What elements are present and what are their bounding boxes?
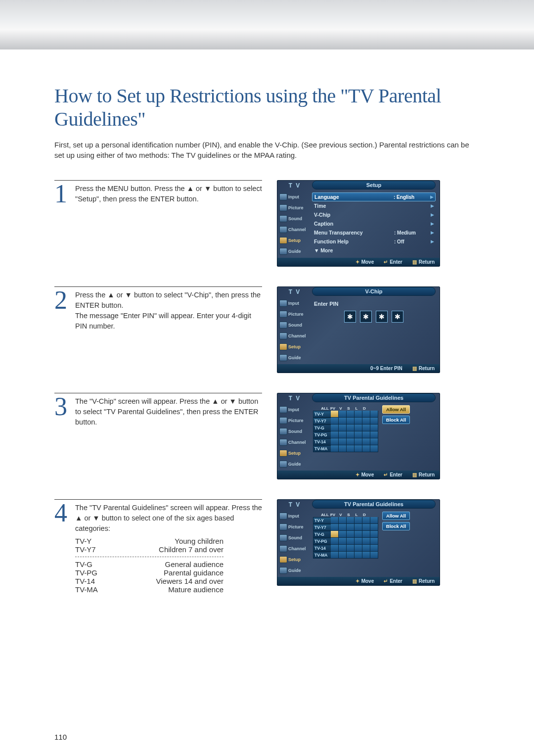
enter-icon: ↵ bbox=[384, 259, 388, 265]
input-icon bbox=[279, 193, 287, 200]
picture-icon bbox=[279, 417, 287, 424]
osd-sidebar: Input Picture Sound Channel Setup Guide bbox=[277, 403, 312, 471]
sidebar-item-setup[interactable]: Setup bbox=[288, 238, 301, 243]
setup-icon bbox=[279, 450, 287, 457]
block-all-button[interactable]: Block All bbox=[382, 522, 410, 530]
step-number: 3 bbox=[54, 395, 75, 427]
intro-text: First, set up a personal identification … bbox=[54, 140, 480, 160]
menu-caption[interactable]: Caption▶ bbox=[312, 219, 436, 228]
step-2: 2 Press the ▲ or ▼ button to select "V-C… bbox=[54, 286, 480, 373]
pin-digit[interactable]: ✱ bbox=[392, 311, 403, 323]
chevron-right-icon: ▶ bbox=[429, 212, 436, 217]
parental-guidelines-grid[interactable]: ALLFVVSLD TV-Y TV-Y7 TV-G TV-PG TV-14 TV… bbox=[312, 512, 378, 561]
menu-more[interactable]: ▼ More bbox=[312, 246, 436, 255]
step-text: The "V-Chip" screen will appear. Press t… bbox=[75, 395, 262, 427]
page-number: 110 bbox=[54, 733, 67, 741]
step-3: 3 The "V-Chip" screen will appear. Press… bbox=[54, 393, 480, 479]
chevron-right-icon: ▶ bbox=[429, 230, 436, 235]
osd-sidebar: Input Picture Sound Channel Setup Guide bbox=[277, 190, 312, 258]
guide-icon bbox=[279, 354, 287, 361]
pin-digit[interactable]: ✱ bbox=[344, 311, 356, 323]
allow-all-button[interactable]: Allow All bbox=[382, 405, 410, 414]
osd-footer: ✦Move ↵Enter ▥Return bbox=[277, 577, 440, 585]
osd-footer: 0~9 Enter PIN ▥Return bbox=[277, 364, 440, 373]
guide-icon bbox=[279, 248, 287, 255]
sound-icon bbox=[279, 215, 287, 222]
step-1: 1 Press the MENU button. Press the ▲ or … bbox=[54, 180, 480, 267]
channel-icon bbox=[279, 439, 287, 446]
picture-icon bbox=[279, 204, 287, 211]
step-number: 1 bbox=[54, 183, 75, 206]
sound-icon bbox=[279, 428, 287, 435]
allow-all-button[interactable]: Allow All bbox=[382, 512, 410, 520]
move-icon: ✦ bbox=[356, 472, 359, 477]
channel-icon bbox=[279, 545, 287, 552]
osd-tv-label: T V bbox=[277, 500, 312, 510]
osd-sidebar: Input Picture Sound Channel Setup Guide bbox=[277, 510, 312, 577]
sidebar-item-channel[interactable]: Channel bbox=[288, 227, 306, 232]
chevron-right-icon: ▶ bbox=[428, 194, 435, 199]
chevron-right-icon: ▶ bbox=[429, 221, 436, 226]
osd-footer: ✦Move ↵Enter ▥Return bbox=[277, 258, 440, 266]
step-4: 4 The "TV Parental Guidelines" screen wi… bbox=[54, 499, 480, 594]
osd-parental-guidelines-screen: T V TV Parental Guidelines Input Picture… bbox=[277, 393, 440, 479]
menu-transparency[interactable]: Menu Transparency: Medium▶ bbox=[312, 228, 436, 237]
setup-icon bbox=[279, 237, 287, 244]
sidebar-item-sound[interactable]: Sound bbox=[288, 216, 302, 221]
return-icon: ▥ bbox=[412, 472, 417, 477]
pin-digit[interactable]: ✱ bbox=[360, 311, 372, 323]
osd-title: TV Parental Guidelines bbox=[312, 500, 436, 509]
step-number: 2 bbox=[54, 289, 75, 331]
move-icon: ✦ bbox=[356, 578, 359, 584]
parental-guidelines-grid[interactable]: ALLFVVSLD TV-Y TV-Y7 TV-G TV-PG TV-14 TV… bbox=[312, 405, 378, 454]
enter-pin-label: Enter PIN bbox=[312, 299, 436, 307]
menu-function-help[interactable]: Function Help: Off▶ bbox=[312, 237, 436, 246]
block-all-button[interactable]: Block All bbox=[382, 416, 410, 424]
sound-icon bbox=[279, 322, 287, 329]
osd-setup-screen: T V Setup Input Picture Sound Channel Se… bbox=[277, 180, 440, 267]
menu-time[interactable]: Time▶ bbox=[312, 201, 436, 210]
pin-digit[interactable]: ✱ bbox=[376, 311, 388, 323]
osd-tv-label: T V bbox=[277, 287, 312, 297]
osd-tv-label: T V bbox=[277, 393, 312, 403]
picture-icon bbox=[279, 311, 287, 318]
enter-icon: ↵ bbox=[384, 472, 388, 477]
enter-icon: ↵ bbox=[384, 578, 388, 584]
osd-title: V-Chip bbox=[312, 287, 436, 296]
osd-footer: ✦Move ↵Enter ▥Return bbox=[277, 471, 440, 479]
step-number: 4 bbox=[54, 502, 75, 534]
setup-icon bbox=[279, 556, 287, 563]
channel-icon bbox=[279, 226, 287, 233]
chevron-right-icon: ▶ bbox=[429, 239, 436, 244]
input-icon bbox=[279, 406, 287, 413]
guide-icon bbox=[279, 461, 287, 468]
picture-icon bbox=[279, 523, 287, 530]
osd-parental-guidelines-screen-2: T V TV Parental Guidelines Input Picture… bbox=[277, 499, 440, 586]
guide-icon bbox=[279, 567, 287, 574]
menu-language[interactable]: Language: English▶ bbox=[312, 192, 436, 201]
input-icon bbox=[279, 513, 287, 520]
chevron-right-icon: ▶ bbox=[429, 203, 436, 208]
step-text: Press the ▲ or ▼ button to select "V-Chi… bbox=[75, 289, 262, 331]
setup-icon bbox=[279, 343, 287, 350]
rating-categories: TV-YYoung children TV-Y7Children 7 and o… bbox=[75, 537, 262, 594]
page-banner bbox=[0, 0, 534, 49]
move-icon: ✦ bbox=[356, 259, 359, 265]
return-icon: ▥ bbox=[412, 259, 417, 265]
menu-vchip[interactable]: V-Chip▶ bbox=[312, 210, 436, 219]
page-title: How to Set up Restrictions using the "TV… bbox=[54, 84, 480, 131]
step-text: The "TV Parental Guidelines" screen will… bbox=[75, 502, 262, 534]
pin-input[interactable]: ✱ ✱ ✱ ✱ bbox=[312, 307, 436, 347]
input-icon bbox=[279, 300, 287, 307]
divider bbox=[75, 557, 223, 557]
sidebar-item-picture[interactable]: Picture bbox=[288, 205, 304, 210]
step-text: Press the MENU button. Press the ▲ or ▼ … bbox=[75, 183, 262, 206]
osd-sidebar: Input Picture Sound Channel Setup Guide bbox=[277, 297, 312, 364]
osd-title: TV Parental Guidelines bbox=[312, 393, 436, 402]
sidebar-item-guide[interactable]: Guide bbox=[288, 249, 301, 254]
osd-vchip-pin-screen: T V V-Chip Input Picture Sound Channel S… bbox=[277, 286, 440, 373]
sound-icon bbox=[279, 534, 287, 541]
return-icon: ▥ bbox=[412, 578, 417, 584]
return-icon: ▥ bbox=[412, 366, 417, 371]
sidebar-item-input[interactable]: Input bbox=[288, 194, 299, 199]
